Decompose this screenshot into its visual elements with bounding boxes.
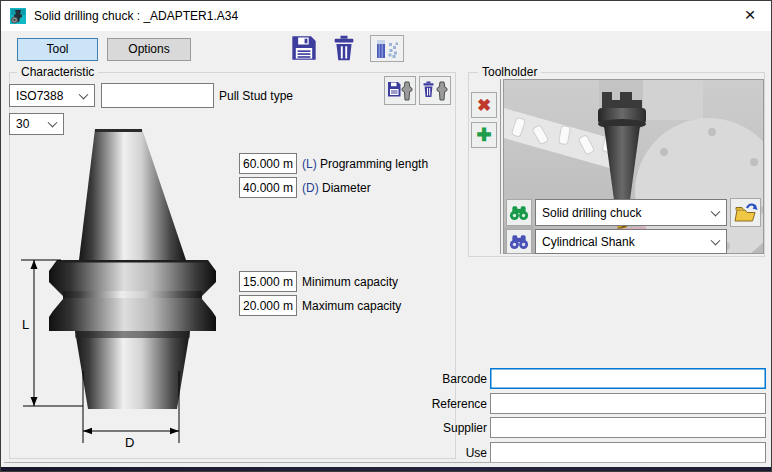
remove-holder-button[interactable]: ✖ [471, 92, 497, 118]
shank-type-select[interactable]: Cylindrical Shank [535, 229, 727, 254]
dialog-inner-frame-line [4, 462, 766, 463]
binoculars-blue-icon [509, 234, 529, 250]
tool-editor-dialog: Solid drilling chuck : _ADAPTER1.A34 × T… [0, 0, 772, 472]
tool-assembly-icon [374, 38, 400, 60]
standard-select[interactable]: ISO7388 [9, 84, 95, 107]
pull-stud-input[interactable] [101, 83, 214, 108]
window-title: Solid drilling chuck : _ADAPTER1.A34 [34, 1, 238, 31]
diameter-label: (D) Diameter [302, 181, 371, 195]
tab-options[interactable]: Options [107, 38, 191, 61]
pull-stud-label: Pull Stud type [219, 89, 293, 103]
standard-select-value: ISO7388 [16, 89, 63, 103]
toolholder-divider [500, 79, 501, 254]
delete-holder-icon [422, 81, 448, 101]
holder-type-select[interactable]: Solid drilling chuck [535, 199, 727, 226]
supplier-label: Supplier [421, 421, 487, 435]
barcode-label: Barcode [421, 372, 487, 386]
reference-input[interactable] [490, 393, 766, 414]
save-icon [290, 34, 318, 62]
search-shank-button[interactable] [506, 229, 532, 254]
holder-type-value: Solid drilling chuck [542, 206, 641, 220]
remove-icon: ✖ [477, 97, 491, 114]
programming-length-label: (L) Programming length [302, 157, 428, 171]
reference-label: Reference [421, 397, 487, 411]
trash-icon [330, 34, 358, 62]
open-library-button[interactable] [730, 198, 761, 227]
toolholder-group-label: Toolholder [478, 65, 541, 79]
use-input[interactable] [490, 442, 766, 463]
chevron-down-icon [711, 206, 721, 216]
tab-tool[interactable]: Tool [17, 38, 98, 61]
chevron-down-icon [79, 89, 89, 99]
shank-type-value: Cylindrical Shank [542, 235, 635, 249]
delete-button[interactable] [330, 34, 358, 62]
tool-profile-drawing: L D [9, 119, 249, 454]
delete-holder-button[interactable] [419, 76, 451, 105]
save-holder-icon [387, 81, 413, 101]
add-holder-button[interactable]: ✚ [471, 122, 497, 148]
search-holder-button[interactable] [506, 199, 532, 226]
characteristic-group-label: Characteristic [17, 65, 98, 79]
toolholder-preview-image [503, 79, 764, 254]
min-capacity-label: Minimum capacity [302, 275, 398, 289]
chevron-down-icon [711, 235, 721, 245]
dim-diameter-label: D [125, 435, 134, 450]
max-capacity-label: Maximum capacity [302, 299, 401, 313]
app-icon [10, 8, 26, 24]
save-holder-button[interactable] [384, 76, 416, 105]
use-label: Use [421, 446, 487, 460]
supplier-input[interactable] [490, 417, 766, 438]
title-bar: Solid drilling chuck : _ADAPTER1.A34 × [1, 1, 771, 31]
open-folder-icon [734, 202, 758, 224]
add-icon: ✚ [476, 126, 491, 144]
dim-length-label: L [22, 317, 29, 332]
background-window-edge [1, 467, 772, 472]
binoculars-green-icon [509, 205, 529, 221]
tool-assembly-button[interactable] [370, 35, 404, 62]
barcode-input[interactable] [490, 368, 766, 389]
save-button[interactable] [290, 34, 318, 62]
close-button[interactable]: × [729, 1, 771, 31]
